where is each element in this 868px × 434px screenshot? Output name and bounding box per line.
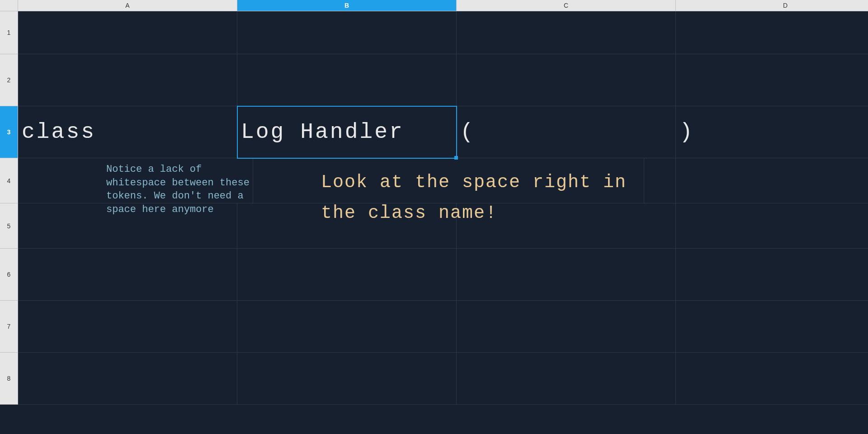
cell-B4[interactable]: Look at the space right in the class nam… — [237, 158, 644, 203]
cell-A7[interactable] — [18, 301, 237, 353]
cell-C6[interactable] — [457, 249, 676, 301]
cell-C1[interactable] — [457, 11, 676, 54]
row-header-8[interactable]: 8 — [0, 353, 18, 405]
cell-B2[interactable] — [237, 54, 457, 106]
cell-C7[interactable] — [457, 301, 676, 353]
cell-C2[interactable] — [457, 54, 676, 106]
cell-A8[interactable] — [18, 353, 237, 405]
cell-D3[interactable]: ) — [676, 106, 868, 158]
cell-A6[interactable] — [18, 249, 237, 301]
cell-A1[interactable] — [18, 11, 237, 54]
cell-A2[interactable] — [18, 54, 237, 106]
col-header-C[interactable]: C — [457, 0, 676, 11]
cell-B3[interactable]: Log Handler — [237, 106, 457, 158]
cell-B1[interactable] — [237, 11, 457, 54]
cell-D2[interactable] — [676, 54, 868, 106]
row-header-5[interactable]: 5 — [0, 203, 18, 249]
cell-C8[interactable] — [457, 353, 676, 405]
cell-B8[interactable] — [237, 353, 457, 405]
spreadsheet-grid: A B C D 1 2 3 class Log Handler ( ) 4 No… — [0, 0, 868, 434]
cell-D1[interactable] — [676, 11, 868, 54]
row-header-1[interactable]: 1 — [0, 11, 18, 54]
row-header-3[interactable]: 3 — [0, 106, 18, 158]
col-header-A[interactable]: A — [18, 0, 237, 11]
cell-D6[interactable] — [676, 249, 868, 301]
cell-D8[interactable] — [676, 353, 868, 405]
row-header-2[interactable]: 2 — [0, 54, 18, 106]
col-header-D[interactable]: D — [676, 0, 868, 11]
row-header-7[interactable]: 7 — [0, 301, 18, 353]
cell-D5[interactable] — [676, 203, 868, 249]
cell-A3[interactable]: class — [18, 106, 237, 158]
row-header-6[interactable]: 6 — [0, 249, 18, 301]
grid-corner[interactable] — [0, 0, 18, 11]
cell-C3[interactable]: ( — [457, 106, 676, 158]
cell-D7[interactable] — [676, 301, 868, 353]
cell-B6[interactable] — [237, 249, 457, 301]
cell-A4[interactable]: Notice a lack of whitespace between thes… — [18, 158, 253, 203]
col-header-B[interactable]: B — [237, 0, 457, 11]
cell-B7[interactable] — [237, 301, 457, 353]
row-header-4[interactable]: 4 — [0, 158, 18, 203]
cell-D4[interactable] — [676, 158, 868, 203]
